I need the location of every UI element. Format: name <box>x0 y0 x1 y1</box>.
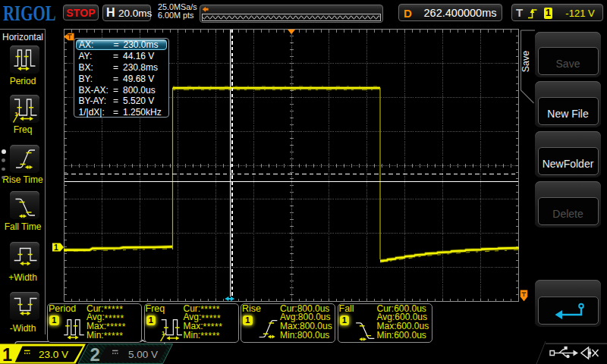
svg-text:1: 1 <box>54 243 58 252</box>
svg-text:2: 2 <box>90 344 100 364</box>
svg-text:23.0 V: 23.0 V <box>39 349 68 360</box>
svg-text:1: 1 <box>2 345 12 364</box>
svg-text:5.00 V: 5.00 V <box>128 349 158 360</box>
